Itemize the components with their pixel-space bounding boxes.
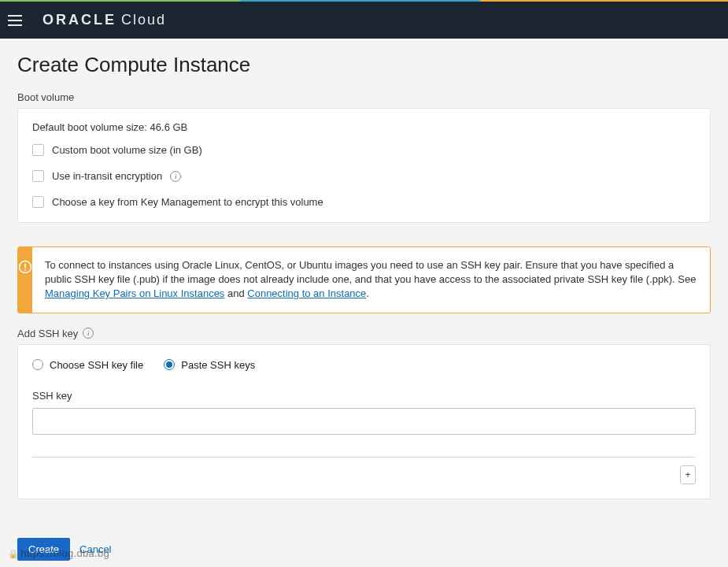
info-icon[interactable]: i	[83, 328, 94, 339]
info-icon[interactable]: i	[170, 171, 181, 182]
brand-logo[interactable]: ORACLE Cloud	[42, 12, 166, 28]
radio-choose-file-label: Choose SSH key file	[50, 359, 143, 371]
in-transit-encryption-checkbox[interactable]	[32, 170, 44, 182]
radio-paste-keys-label: Paste SSH keys	[181, 359, 255, 371]
boot-volume-label: Boot volume	[17, 91, 711, 103]
alert-text-end: .	[366, 287, 369, 299]
ssh-radio-row: Choose SSH key file Paste SSH keys	[32, 359, 696, 371]
page-title: Create Compute Instance	[17, 53, 711, 77]
ssh-key-input[interactable]	[32, 408, 696, 435]
topbar: ORACLE Cloud	[0, 2, 728, 39]
radio-paste-keys-input[interactable]	[164, 359, 175, 370]
add-key-button[interactable]: +	[680, 465, 696, 484]
cancel-button[interactable]: Cancel	[79, 543, 111, 555]
create-button[interactable]: Create	[17, 538, 70, 561]
alert-link-connecting[interactable]: Connecting to an Instance	[247, 287, 366, 299]
in-transit-encryption-label: Use in-transit encryption	[52, 170, 162, 182]
alert-body: To connect to instances using Oracle Lin…	[32, 247, 710, 313]
warning-icon	[18, 260, 32, 274]
content: Create Compute Instance Boot volume Defa…	[0, 39, 728, 513]
key-management-checkbox[interactable]	[32, 196, 44, 208]
menu-icon[interactable]	[8, 11, 27, 30]
alert-text-middle: and	[224, 287, 247, 299]
alert-text-1: To connect to instances using Oracle Lin…	[45, 259, 696, 285]
custom-boot-size-row[interactable]: Custom boot volume size (in GB)	[32, 144, 696, 156]
default-boot-size: Default boot volume size: 46.6 GB	[32, 121, 696, 133]
boot-volume-panel: Default boot volume size: 46.6 GB Custom…	[17, 108, 711, 223]
brand-bold: ORACLE	[42, 12, 116, 28]
key-management-label: Choose a key from Key Management to encr…	[52, 196, 323, 208]
ssh-key-field-label: SSH key	[32, 390, 696, 402]
alert-link-managing-keys[interactable]: Managing Key Pairs on Linux Instances	[45, 287, 224, 299]
add-key-row: +	[32, 465, 696, 484]
svg-rect-2	[24, 269, 26, 271]
alert-icon-column	[18, 247, 32, 313]
custom-boot-size-checkbox[interactable]	[32, 144, 44, 156]
svg-rect-1	[24, 264, 26, 269]
footer: Create Cancel	[0, 532, 728, 567]
radio-choose-file-input[interactable]	[32, 359, 43, 370]
in-transit-encryption-row[interactable]: Use in-transit encryption i	[32, 170, 696, 182]
radio-paste-keys[interactable]: Paste SSH keys	[164, 359, 255, 371]
ssh-section: Add SSH key i Choose SSH key file Paste …	[17, 328, 711, 499]
ssh-panel: Choose SSH key file Paste SSH keys SSH k…	[17, 344, 711, 499]
add-ssh-key-label: Add SSH key i	[17, 328, 711, 339]
key-management-row[interactable]: Choose a key from Key Management to encr…	[32, 196, 696, 208]
ssh-alert: To connect to instances using Oracle Lin…	[17, 246, 711, 313]
divider	[32, 457, 696, 458]
custom-boot-size-label: Custom boot volume size (in GB)	[52, 144, 202, 156]
brand-light: Cloud	[121, 12, 166, 28]
add-ssh-key-text: Add SSH key	[17, 328, 78, 339]
radio-choose-file[interactable]: Choose SSH key file	[32, 359, 143, 371]
